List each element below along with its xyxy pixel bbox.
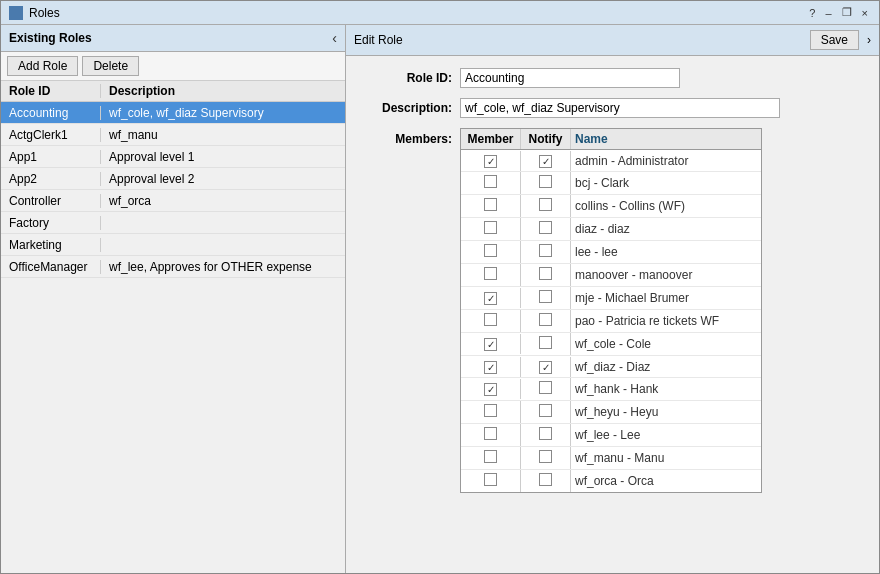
members-table: Member Notify Name admin - Administrator…	[460, 128, 762, 493]
save-button[interactable]: Save	[810, 30, 859, 50]
member-checkbox[interactable]	[484, 404, 497, 417]
member-row: wf_hank - Hank	[461, 378, 761, 401]
member-checkbox[interactable]	[484, 313, 497, 326]
notify-checkbox-cell	[521, 310, 571, 332]
member-name: wf_orca - Orca	[571, 471, 761, 491]
role-row[interactable]: Factory	[1, 212, 345, 234]
role-id-cell: App2	[1, 172, 101, 186]
roles-window: Roles ? – ❐ × Existing Roles ‹ Add Role …	[0, 0, 880, 574]
add-role-button[interactable]: Add Role	[7, 56, 78, 76]
member-name: wf_cole - Cole	[571, 334, 761, 354]
member-row: wf_heyu - Heyu	[461, 401, 761, 424]
description-input[interactable]	[460, 98, 780, 118]
col-member-header: Member	[461, 129, 521, 149]
notify-checkbox[interactable]	[539, 175, 552, 188]
role-row[interactable]: ActgClerk1wf_manu	[1, 124, 345, 146]
member-checkbox[interactable]	[484, 292, 497, 305]
roles-list: Accountingwf_cole, wf_diaz SupervisoryAc…	[1, 102, 345, 573]
notify-checkbox[interactable]	[539, 404, 552, 417]
member-checkbox[interactable]	[484, 338, 497, 351]
member-checkbox-cell	[461, 288, 521, 308]
notify-checkbox-cell	[521, 287, 571, 309]
notify-checkbox[interactable]	[539, 221, 552, 234]
member-checkbox[interactable]	[484, 450, 497, 463]
member-row: wf_diaz - Diaz	[461, 356, 761, 378]
members-table-header: Member Notify Name	[461, 129, 761, 150]
col-notify-header: Notify	[521, 129, 571, 149]
member-checkbox-cell	[461, 151, 521, 171]
edit-role-title: Edit Role	[354, 33, 403, 47]
role-desc-cell: Approval level 1	[101, 150, 345, 164]
delete-role-button[interactable]: Delete	[82, 56, 139, 76]
role-row[interactable]: OfficeManagerwf_lee, Approves for OTHER …	[1, 256, 345, 278]
notify-checkbox[interactable]	[539, 473, 552, 486]
member-name: pao - Patricia re tickets WF	[571, 311, 761, 331]
notify-checkbox[interactable]	[539, 244, 552, 257]
notify-checkbox[interactable]	[539, 290, 552, 303]
member-checkbox[interactable]	[484, 267, 497, 280]
notify-checkbox[interactable]	[539, 313, 552, 326]
role-desc-header: Description	[101, 84, 345, 98]
col-name-header: Name	[571, 129, 761, 149]
role-row[interactable]: Controllerwf_orca	[1, 190, 345, 212]
notify-checkbox-cell	[521, 333, 571, 355]
minimize-button[interactable]: –	[822, 6, 834, 20]
role-row[interactable]: Accountingwf_cole, wf_diaz Supervisory	[1, 102, 345, 124]
member-name: lee - lee	[571, 242, 761, 262]
notify-checkbox-cell	[521, 357, 571, 377]
role-id-cell: App1	[1, 150, 101, 164]
right-panel: Edit Role Save › Role ID: Description:	[346, 25, 879, 573]
notify-checkbox-cell	[521, 218, 571, 240]
notify-checkbox[interactable]	[539, 381, 552, 394]
member-name: wf_heyu - Heyu	[571, 402, 761, 422]
member-checkbox[interactable]	[484, 175, 497, 188]
role-desc-cell: wf_lee, Approves for OTHER expense	[101, 260, 345, 274]
members-rows: admin - Administratorbcj - Clarkcollins …	[461, 150, 761, 492]
notify-checkbox[interactable]	[539, 427, 552, 440]
member-checkbox-cell	[461, 218, 521, 240]
member-checkbox[interactable]	[484, 198, 497, 211]
restore-button[interactable]: ❐	[839, 5, 855, 20]
help-button[interactable]: ?	[806, 6, 818, 20]
member-checkbox[interactable]	[484, 221, 497, 234]
member-checkbox-cell	[461, 172, 521, 194]
role-id-cell: Accounting	[1, 106, 101, 120]
close-button[interactable]: ×	[859, 6, 871, 20]
notify-checkbox[interactable]	[539, 336, 552, 349]
notify-checkbox-cell	[521, 264, 571, 286]
notify-checkbox[interactable]	[539, 450, 552, 463]
member-name: wf_lee - Lee	[571, 425, 761, 445]
notify-checkbox[interactable]	[539, 198, 552, 211]
member-checkbox-cell	[461, 470, 521, 492]
member-checkbox-cell	[461, 447, 521, 469]
main-content: Existing Roles ‹ Add Role Delete Role ID…	[1, 25, 879, 573]
notify-checkbox[interactable]	[539, 155, 552, 168]
member-checkbox[interactable]	[484, 244, 497, 257]
notify-checkbox[interactable]	[539, 267, 552, 280]
notify-checkbox-cell	[521, 241, 571, 263]
role-id-input[interactable]	[460, 68, 680, 88]
role-desc-cell: wf_cole, wf_diaz Supervisory	[101, 106, 345, 120]
member-row: wf_orca - Orca	[461, 470, 761, 492]
member-name: bcj - Clark	[571, 173, 761, 193]
role-row[interactable]: App2Approval level 2	[1, 168, 345, 190]
members-section: Members: Member Notify Name admin - Admi…	[362, 128, 863, 493]
notify-checkbox-cell	[521, 378, 571, 400]
member-checkbox[interactable]	[484, 473, 497, 486]
member-checkbox[interactable]	[484, 427, 497, 440]
member-checkbox[interactable]	[484, 383, 497, 396]
window-title: Roles	[29, 6, 60, 20]
member-name: wf_hank - Hank	[571, 379, 761, 399]
role-row[interactable]: App1Approval level 1	[1, 146, 345, 168]
member-checkbox[interactable]	[484, 361, 497, 374]
member-checkbox[interactable]	[484, 155, 497, 168]
members-label: Members:	[362, 128, 452, 146]
notify-checkbox[interactable]	[539, 361, 552, 374]
edit-form: Role ID: Description: Members: Member No…	[346, 56, 879, 505]
member-row: mje - Michael Brumer	[461, 287, 761, 310]
role-desc-cell: Approval level 2	[101, 172, 345, 186]
collapse-button[interactable]: ‹	[332, 30, 337, 46]
expand-icon: ›	[867, 33, 871, 47]
member-checkbox-cell	[461, 195, 521, 217]
role-row[interactable]: Marketing	[1, 234, 345, 256]
